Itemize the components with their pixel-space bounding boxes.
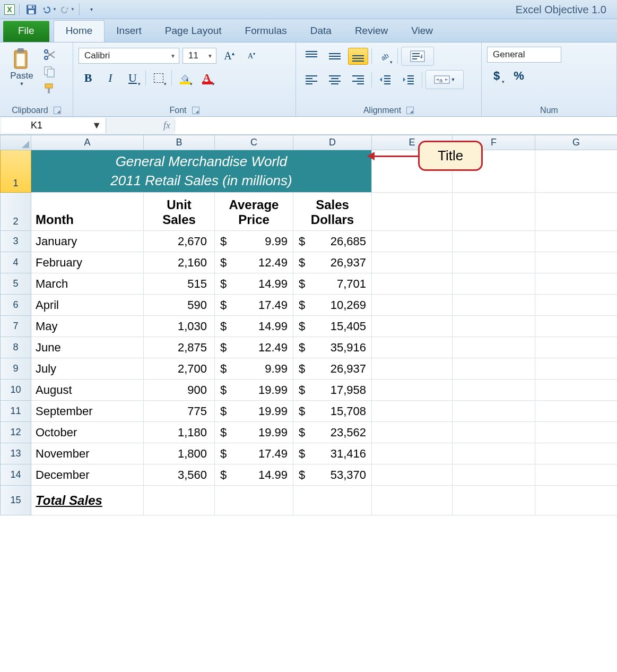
- dialog-launcher-icon[interactable]: [406, 107, 414, 114]
- cell-units[interactable]: 775: [144, 401, 215, 422]
- row-header[interactable]: 4: [1, 252, 31, 273]
- cell[interactable]: [372, 443, 453, 464]
- cell-month[interactable]: August: [31, 380, 144, 401]
- cell-price[interactable]: $17.49: [215, 295, 293, 316]
- column-header[interactable]: A: [31, 135, 144, 150]
- row-header[interactable]: 10: [1, 380, 31, 401]
- column-header[interactable]: C: [215, 135, 293, 150]
- cell-sales[interactable]: $17,958: [293, 380, 372, 401]
- column-header[interactable]: B: [144, 135, 215, 150]
- cell-month[interactable]: May: [31, 316, 144, 337]
- cell-units[interactable]: 2,700: [144, 358, 215, 380]
- row-header[interactable]: 12: [1, 422, 31, 443]
- cell[interactable]: [535, 358, 618, 380]
- row-header[interactable]: 15: [1, 486, 31, 515]
- cell-sales[interactable]: $15,405: [293, 316, 372, 337]
- cell[interactable]: [535, 231, 618, 252]
- cell-units[interactable]: 2,875: [144, 337, 215, 358]
- merge-center-button[interactable]: a ▼: [425, 70, 464, 89]
- cell-price[interactable]: $14.99: [215, 464, 293, 486]
- header-average-price[interactable]: AveragePrice: [215, 193, 293, 231]
- wrap-text-button[interactable]: [401, 47, 434, 66]
- font-name-combo[interactable]: Calibri ▼: [79, 48, 179, 64]
- number-format-combo[interactable]: General: [487, 47, 561, 63]
- cell-sales[interactable]: $26,937: [293, 358, 372, 380]
- file-tab[interactable]: File: [3, 21, 49, 42]
- percent-format-button[interactable]: %: [509, 67, 528, 85]
- align-bottom-button[interactable]: [348, 48, 368, 65]
- name-box[interactable]: K1 ▼: [1, 118, 106, 133]
- cell[interactable]: [372, 231, 453, 252]
- cell[interactable]: [535, 337, 618, 358]
- copy-button[interactable]: [40, 64, 58, 80]
- cell[interactable]: [535, 443, 618, 464]
- cell[interactable]: [535, 193, 618, 231]
- select-all-corner[interactable]: [1, 135, 31, 150]
- tab-view[interactable]: View: [399, 21, 445, 42]
- cell[interactable]: [535, 486, 618, 515]
- cell[interactable]: [453, 337, 535, 358]
- sheet-table[interactable]: A B C D E F G 1 General Merchandise Worl…: [0, 135, 617, 515]
- tab-review[interactable]: Review: [343, 21, 399, 42]
- cell-month[interactable]: July: [31, 358, 144, 380]
- row-header[interactable]: 14: [1, 464, 31, 486]
- cell[interactable]: [372, 401, 453, 422]
- accounting-format-button[interactable]: $: [487, 67, 506, 85]
- orientation-button[interactable]: ab: [375, 47, 394, 65]
- cell[interactable]: [372, 358, 453, 380]
- cell[interactable]: [453, 316, 535, 337]
- cell[interactable]: [293, 486, 372, 515]
- undo-button[interactable]: ▼: [42, 3, 57, 16]
- tab-page-layout[interactable]: Page Layout: [153, 21, 233, 42]
- cell-sales[interactable]: $26,937: [293, 252, 372, 273]
- cell-price[interactable]: $12.49: [215, 337, 293, 358]
- row-header[interactable]: 9: [1, 358, 31, 380]
- cell[interactable]: [372, 422, 453, 443]
- dialog-launcher-icon[interactable]: [192, 107, 199, 114]
- cell[interactable]: [535, 316, 618, 337]
- cell[interactable]: [453, 252, 535, 273]
- cell[interactable]: [372, 316, 453, 337]
- cell-price[interactable]: $9.99: [215, 231, 293, 252]
- cell[interactable]: [372, 295, 453, 316]
- column-header[interactable]: F: [453, 135, 535, 150]
- cell[interactable]: [535, 422, 618, 443]
- row-header[interactable]: 1: [1, 150, 31, 193]
- row-header[interactable]: 2: [1, 193, 31, 231]
- row-header[interactable]: 7: [1, 316, 31, 337]
- row-header[interactable]: 5: [1, 273, 31, 295]
- total-sales-label[interactable]: Total Sales: [31, 486, 144, 515]
- align-right-button[interactable]: [348, 71, 368, 88]
- font-color-button[interactable]: A: [197, 69, 216, 87]
- cell-units[interactable]: 1,180: [144, 422, 215, 443]
- borders-button[interactable]: [149, 69, 168, 87]
- cell[interactable]: [535, 295, 618, 316]
- cell-sales[interactable]: $15,708: [293, 401, 372, 422]
- cell-units[interactable]: 2,670: [144, 231, 215, 252]
- cell-sales[interactable]: $53,370: [293, 464, 372, 486]
- cell-price[interactable]: $14.99: [215, 273, 293, 295]
- paste-button[interactable]: Paste ▼: [5, 46, 38, 97]
- cell[interactable]: [453, 358, 535, 380]
- cell-price[interactable]: $19.99: [215, 422, 293, 443]
- italic-button[interactable]: I: [101, 69, 120, 87]
- cell[interactable]: [372, 380, 453, 401]
- column-header[interactable]: E: [372, 135, 453, 150]
- align-top-button[interactable]: [301, 48, 321, 65]
- align-center-button[interactable]: [325, 71, 345, 88]
- cell[interactable]: [453, 380, 535, 401]
- cell-sales[interactable]: $31,416: [293, 443, 372, 464]
- cell-sales[interactable]: $35,916: [293, 337, 372, 358]
- decrease-font-size-button[interactable]: A▾: [242, 47, 261, 65]
- cell-price[interactable]: $17.49: [215, 443, 293, 464]
- cell-sales[interactable]: $26,685: [293, 231, 372, 252]
- header-month[interactable]: Month: [31, 193, 144, 231]
- cell[interactable]: [453, 273, 535, 295]
- bold-button[interactable]: B: [79, 69, 98, 87]
- cell-units[interactable]: 1,800: [144, 443, 215, 464]
- cell-sales[interactable]: $23,562: [293, 422, 372, 443]
- cell[interactable]: [535, 273, 618, 295]
- cell[interactable]: [453, 401, 535, 422]
- formula-input[interactable]: [175, 117, 617, 134]
- increase-font-size-button[interactable]: A▴: [220, 47, 239, 65]
